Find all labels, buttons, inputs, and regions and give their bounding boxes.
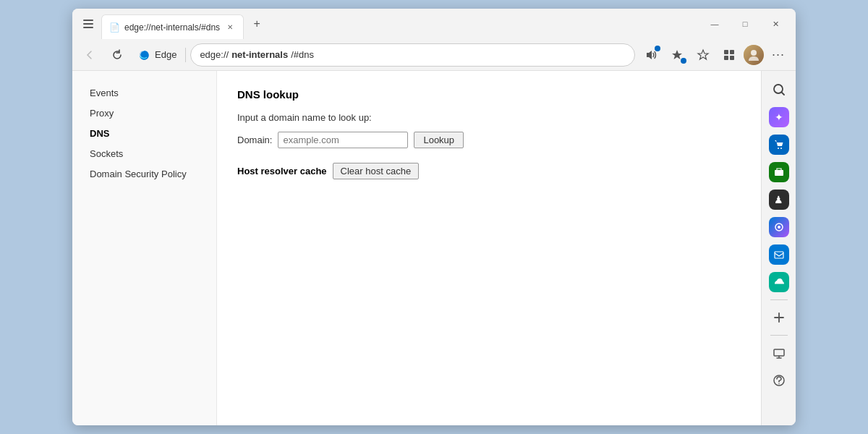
host-resolver-label: Host resolver cache <box>237 166 327 176</box>
sidebar-games-btn[interactable]: ♟ <box>766 187 792 213</box>
sidebar-item-sockets[interactable]: Sockets <box>75 144 213 163</box>
clear-host-cache-btn[interactable]: Clear host cache <box>333 163 420 179</box>
nav-divider <box>185 48 186 62</box>
svg-rect-15 <box>775 252 783 258</box>
sidebar-copilot2-btn[interactable] <box>766 214 792 240</box>
reload-btn[interactable] <box>106 43 129 67</box>
read-aloud-btn[interactable] <box>639 43 663 67</box>
fav-badge <box>681 58 686 64</box>
sidebar-item-dns[interactable]: DNS <box>75 124 213 143</box>
domain-input[interactable] <box>278 132 408 148</box>
sidebar-wallet-btn[interactable] <box>766 159 792 185</box>
address-prefix: edge:// <box>200 49 229 60</box>
minimize-btn[interactable]: — <box>700 12 729 35</box>
address-bar[interactable]: edge://net-internals/#dns <box>190 43 635 67</box>
sidebar-item-domain-security[interactable]: Domain Security Policy <box>75 164 213 184</box>
right-sidebar-divider2 <box>770 335 788 336</box>
svg-rect-3 <box>724 50 728 54</box>
sidebar-shopping-btn[interactable] <box>766 132 792 158</box>
sidebar-onedrive-btn[interactable] <box>766 269 792 295</box>
right-sidebar: ✦ <box>761 71 796 425</box>
svg-rect-5 <box>724 56 728 60</box>
sidebar-cast-btn[interactable] <box>766 340 792 366</box>
tab-title: edge://net-internals/#dns <box>124 22 220 33</box>
svg-rect-6 <box>730 56 734 60</box>
sidebar-outlook-btn[interactable] <box>766 242 792 268</box>
sidebar-item-proxy[interactable]: Proxy <box>75 103 213 123</box>
edge-label: Edge <box>155 49 176 60</box>
more-options-btn[interactable]: ··· <box>767 43 790 67</box>
svg-rect-2 <box>83 27 93 28</box>
back-btn <box>78 43 101 67</box>
profile-btn[interactable] <box>744 45 764 65</box>
collections-btn[interactable] <box>718 43 741 67</box>
dns-section-title: DNS lookup <box>237 88 741 101</box>
nav-icons-right: ··· <box>639 43 790 67</box>
new-tab-btn[interactable]: + <box>247 14 267 34</box>
host-resolver-row: Host resolver cache Clear host cache <box>237 163 741 179</box>
content-area: Events Proxy DNS Sockets Domain Security… <box>72 71 796 425</box>
sidebar-search-btn[interactable] <box>766 77 792 103</box>
svg-rect-16 <box>774 349 784 356</box>
dns-lookup-section: DNS lookup Input a domain name to look u… <box>237 88 741 179</box>
profile-avatar <box>744 45 764 65</box>
svg-point-10 <box>780 148 782 149</box>
maximize-btn[interactable]: □ <box>731 12 760 35</box>
svg-rect-4 <box>730 50 734 54</box>
browser-window: 📄 edge://net-internals/#dns ✕ + — □ ✕ <box>72 9 796 425</box>
address-bold: net-internals <box>231 49 288 60</box>
sidebar-item-events[interactable]: Events <box>75 83 213 103</box>
favorites-btn[interactable] <box>692 43 715 67</box>
sidebar-toggle-btn[interactable] <box>78 14 98 34</box>
lookup-btn[interactable]: Lookup <box>414 132 464 148</box>
right-sidebar-divider <box>770 299 788 300</box>
dns-instruction-text: Input a domain name to look up: <box>237 112 741 123</box>
address-suffix: /#dns <box>291 49 314 60</box>
window-controls: — □ ✕ <box>700 12 790 35</box>
svg-point-8 <box>774 85 783 93</box>
sidebar-add-btn[interactable] <box>766 305 792 331</box>
tab-favicon-icon: 📄 <box>109 22 120 33</box>
sidebar-nav: Events Proxy DNS Sockets Domain Security… <box>72 71 217 425</box>
svg-point-9 <box>778 148 779 149</box>
domain-label: Domain: <box>237 135 272 145</box>
svg-point-14 <box>778 226 780 229</box>
read-aloud-badge <box>655 46 660 51</box>
svg-rect-1 <box>83 23 93 25</box>
active-tab[interactable]: 📄 edge://net-internals/#dns ✕ <box>101 14 244 39</box>
close-btn[interactable]: ✕ <box>761 12 790 35</box>
sidebar-feedback-btn[interactable] <box>766 367 792 393</box>
svg-point-7 <box>751 50 757 56</box>
add-favorites-btn[interactable] <box>665 43 689 67</box>
edge-logo: Edge <box>133 48 181 61</box>
tab-bar: 📄 edge://net-internals/#dns ✕ + <box>78 9 697 39</box>
nav-bar: Edge edge://net-internals/#dns <box>72 39 796 71</box>
page-content: DNS lookup Input a domain name to look u… <box>217 71 761 425</box>
svg-rect-0 <box>83 20 93 21</box>
svg-rect-12 <box>778 172 780 174</box>
svg-point-18 <box>778 383 780 385</box>
sidebar-copilot-btn[interactable]: ✦ <box>766 104 792 130</box>
dns-form-row: Domain: Lookup <box>237 132 741 148</box>
title-bar: 📄 edge://net-internals/#dns ✕ + — □ ✕ <box>72 9 796 39</box>
tab-close-btn[interactable]: ✕ <box>224 22 236 33</box>
